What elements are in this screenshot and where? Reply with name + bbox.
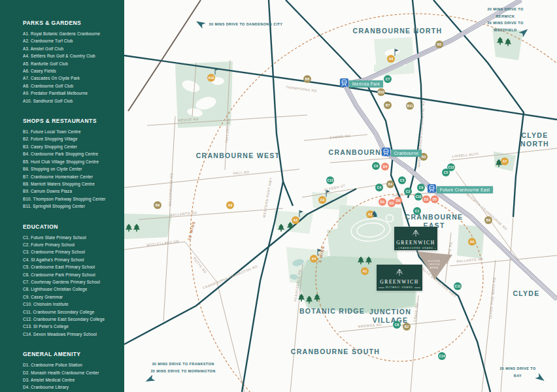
legend-item: B7. Cranbourne Homemaker Center bbox=[23, 173, 119, 180]
map-marker-C8: C8 bbox=[393, 321, 401, 329]
region-label: CRANBOURNE SOUTH bbox=[291, 348, 380, 356]
legend-item: C1. Future State Primary School bbox=[23, 234, 119, 241]
road-name-label: POTTS RD bbox=[192, 256, 207, 274]
legend-item: B2. Future Shopping Village bbox=[23, 135, 119, 142]
road-name-label: CAMMS RD bbox=[329, 134, 350, 140]
project-subtitle: BOTANIC GRAND bbox=[379, 286, 420, 289]
drive-ring-label: 10 MINS bbox=[187, 221, 196, 241]
legend-item: C3. Cranbourne Primary School bbox=[23, 248, 119, 255]
pine-tree-icon bbox=[496, 37, 504, 46]
legend-item: A10. Sandhurst Golf Club bbox=[23, 97, 119, 105]
legend-item: C6. Cranbourne Park Primary School bbox=[23, 271, 119, 278]
map-marker-C14: C14 bbox=[438, 352, 446, 360]
road-name-label: MCCORMICKS RD bbox=[168, 172, 174, 206]
map-marker-B6: B6 bbox=[484, 216, 492, 224]
region-label: BOTANIC RIDGE bbox=[299, 307, 365, 316]
legend-item: C8. Lighthouse Christian College bbox=[23, 286, 119, 293]
future-office-area-label: FUTURE OFFICE AREA bbox=[428, 259, 440, 269]
map-marker-C11: C11 bbox=[454, 282, 462, 290]
region-label: CRANBOURNE NORTH bbox=[353, 27, 443, 35]
legend-item: C2. Future Primary School bbox=[23, 241, 119, 248]
legend-item: B3. Casey Shopping Center bbox=[23, 143, 119, 150]
station-cranbourne: Cranbourne bbox=[382, 147, 422, 159]
station-merinda-park: Merinda Park bbox=[340, 78, 383, 90]
legend-item: C5. Cranbourne East Primary School bbox=[23, 263, 119, 270]
road-name-label: BALLARTO RD bbox=[456, 257, 484, 263]
legend-item: B11. Springhill Shopping Center bbox=[23, 203, 119, 210]
map-marker-B4: B4 bbox=[386, 180, 394, 188]
greenwich-tree-logo bbox=[394, 267, 405, 278]
legend-item: B8. Marriott Waters Shopping Centre bbox=[23, 180, 119, 188]
road-name-label: CRANBOURNE-FRANKSTON RD bbox=[202, 264, 258, 289]
road-name-label: CLYDE-FIVE WAYS RD bbox=[488, 277, 497, 319]
legend-item: C10. Chisholm Institute bbox=[23, 301, 119, 308]
map-marker-D5: D5 bbox=[431, 195, 439, 203]
legend-item: D4. Cranbourne Library bbox=[23, 384, 119, 391]
road-name-label: THOMPSONS RD bbox=[286, 85, 317, 93]
legend-item: C4. St Agatha's Primary School bbox=[23, 256, 119, 263]
drive-time-note: 30 MINS DRIVE TO DANDENONG CITY bbox=[209, 21, 283, 28]
legend-item: A7. Cascades On Clyde Park bbox=[23, 74, 119, 82]
map-marker-A9: A9 bbox=[226, 201, 234, 209]
legend-section-title: PARKS & GARDENS bbox=[23, 20, 119, 26]
region-label: CLYDE NORTH bbox=[520, 131, 549, 148]
pine-tree-icon bbox=[305, 296, 313, 304]
road-name-label: CRAIG RD bbox=[413, 302, 419, 322]
map-marker-C9: C9 bbox=[417, 184, 425, 191]
map-marker-B5: B5 bbox=[435, 41, 443, 48]
golf-flag-icon bbox=[394, 49, 399, 56]
road-name-label: WEDGE RD bbox=[178, 117, 199, 122]
road-name-label: FUTURE RD bbox=[445, 242, 453, 265]
legend-item: B10. Thompson Parkway Shopping Center bbox=[23, 195, 119, 203]
station-name-label: Merinda Park bbox=[349, 80, 383, 88]
pine-tree-icon bbox=[297, 294, 305, 302]
legend-item: C13. St Peter's College bbox=[23, 323, 119, 330]
project-subtitle: CRANBOURNE GRAND bbox=[396, 247, 435, 250]
map-marker-A10: A10 bbox=[207, 74, 215, 82]
region-label: JUNCTION VILLAGE bbox=[369, 308, 411, 325]
station-future-cranbourne-east: Future Cranbourne East bbox=[428, 184, 493, 195]
map-marker-A6: A6 bbox=[468, 238, 476, 246]
legend-item: D2. Monash Health Cranbourne Center bbox=[23, 369, 119, 376]
road-name-label: WESTERN PORT HWY bbox=[262, 177, 273, 218]
map-marker-D4: D4 bbox=[381, 163, 389, 171]
road-name-label: HALL RD bbox=[233, 170, 250, 175]
legend-item: B5. Hunt Club Village Shopping Centre bbox=[23, 158, 119, 165]
map-marker-C6: C6 bbox=[372, 162, 380, 170]
map-marker-A8: A8 bbox=[387, 55, 395, 63]
pine-tree-icon bbox=[313, 294, 321, 302]
legend-item: A9. Predator Paintball Melbourne bbox=[23, 90, 119, 97]
drive-time-note: 20 MINS DRIVE TO BAY bbox=[498, 365, 537, 379]
drive-time-note: 30 MINS DRIVE TO FRANKSTON 35 MINS DRIVE… bbox=[150, 361, 215, 374]
map-marker-B2: B2 bbox=[403, 323, 411, 331]
legend-item: A2. Cranbourne Turf Club bbox=[23, 37, 119, 44]
legend-item: C14. Devon Meadows Primary School bbox=[23, 331, 119, 338]
map-marker-B9: B9 bbox=[154, 201, 161, 209]
road-name-label: LINSELL BLVD bbox=[452, 152, 479, 158]
map-marker-C10: C10 bbox=[414, 193, 422, 201]
golf-flag-icon bbox=[299, 210, 304, 218]
pine-tree-icon bbox=[125, 224, 133, 233]
project-badge-botanic-grand: GREENWICHBOTANIC GRAND bbox=[377, 265, 422, 291]
legend-item: B1. Future Local Town Centre bbox=[23, 128, 119, 135]
train-station-icon bbox=[340, 78, 348, 90]
legend-item: B9. Carrum Downs Plaza bbox=[23, 188, 119, 195]
horse-rider-icon: ♞ bbox=[371, 210, 379, 218]
legend-section-title: EDUCATION bbox=[23, 223, 119, 230]
map-marker-B8: B8 bbox=[303, 75, 311, 83]
legend-item: B4. Cranbourne Park Shopping Centre bbox=[23, 150, 119, 157]
legend-item: C9. Casey Grammar bbox=[23, 293, 119, 301]
legend-item: A3. Amstel Golf Club bbox=[23, 45, 119, 52]
direction-arrow-icon bbox=[194, 18, 206, 29]
map-marker-A1: A1 bbox=[361, 267, 369, 275]
legend-sidebar: PARKS & GARDENSA1. Royal Botanic Gardens… bbox=[0, 0, 124, 392]
legend-section-title: SHOPS & RESTAURANTS bbox=[23, 118, 119, 124]
pine-tree-icon bbox=[357, 257, 365, 265]
project-title: GREENWICH bbox=[380, 279, 418, 285]
project-badge-cranbourne-grand: GREENWICHCRANBOURNE GRAND bbox=[394, 227, 437, 250]
legend-item: B6. Shopping on Clyde Center bbox=[23, 165, 119, 172]
road-name-label: BALLARTO RD bbox=[170, 210, 197, 217]
pine-tree-icon bbox=[504, 39, 512, 47]
pine-tree-icon bbox=[133, 224, 141, 233]
station-name-label: Future Cranbourne East bbox=[437, 186, 493, 193]
